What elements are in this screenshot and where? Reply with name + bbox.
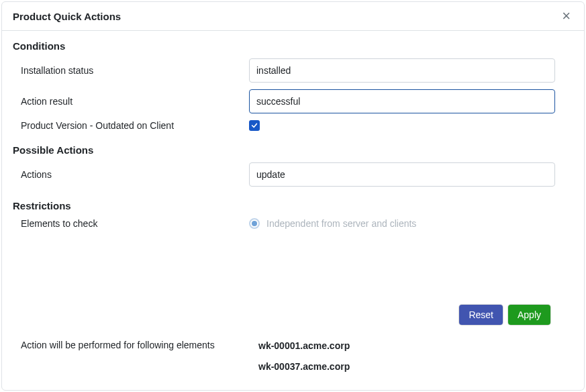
action-result-select[interactable]: successful (249, 89, 555, 113)
quick-actions-panel: Product Quick Actions × Conditions Insta… (1, 1, 585, 391)
row-actions: Actions update (13, 162, 573, 187)
radio-independent[interactable] (249, 218, 260, 229)
row-action-result: Action result successful (13, 89, 573, 113)
panel-title: Product Quick Actions (13, 11, 121, 22)
panel-header: Product Quick Actions × (2, 2, 584, 31)
radio-dot-icon (252, 221, 257, 226)
apply-button[interactable]: Apply (508, 305, 550, 325)
summary-label: Action will be performed for following e… (13, 338, 249, 352)
actions-value: update (256, 169, 285, 180)
outdated-label: Product Version - Outdated on Client (13, 120, 249, 131)
row-outdated: Product Version - Outdated on Client (13, 120, 573, 131)
radio-independent-row: Independent from server and clients (249, 218, 555, 229)
actions-label: Actions (13, 169, 249, 180)
button-row: Reset Apply (13, 305, 573, 325)
action-result-label: Action result (13, 96, 249, 107)
check-icon (251, 122, 258, 129)
outdated-checkbox[interactable] (249, 120, 260, 131)
install-status-value: installed (256, 65, 291, 76)
section-actions-heading: Possible Actions (13, 144, 573, 156)
install-status-select[interactable]: installed (249, 58, 555, 83)
elements-check-label: Elements to check (13, 218, 249, 229)
action-result-value: successful (256, 96, 300, 107)
row-install-status: Installation status installed (13, 58, 573, 83)
summary-item: wk-00037.acme.corp (258, 359, 573, 374)
summary-row: Action will be performed for following e… (13, 338, 573, 379)
summary-item: wk-00001.acme.corp (258, 338, 573, 353)
summary-list: wk-00001.acme.corp wk-00037.acme.corp (249, 338, 573, 379)
row-elements-check: Elements to check Independent from serve… (13, 218, 573, 229)
section-restrictions-heading: Restrictions (13, 200, 573, 211)
radio-independent-label: Independent from server and clients (266, 218, 416, 229)
actions-select[interactable]: update (249, 162, 555, 187)
install-status-label: Installation status (13, 65, 249, 76)
reset-button[interactable]: Reset (459, 305, 503, 325)
section-conditions-heading: Conditions (13, 40, 573, 52)
close-icon: × (562, 7, 571, 24)
close-button[interactable]: × (559, 9, 573, 23)
panel-body: Conditions Installation status installed… (2, 31, 584, 390)
